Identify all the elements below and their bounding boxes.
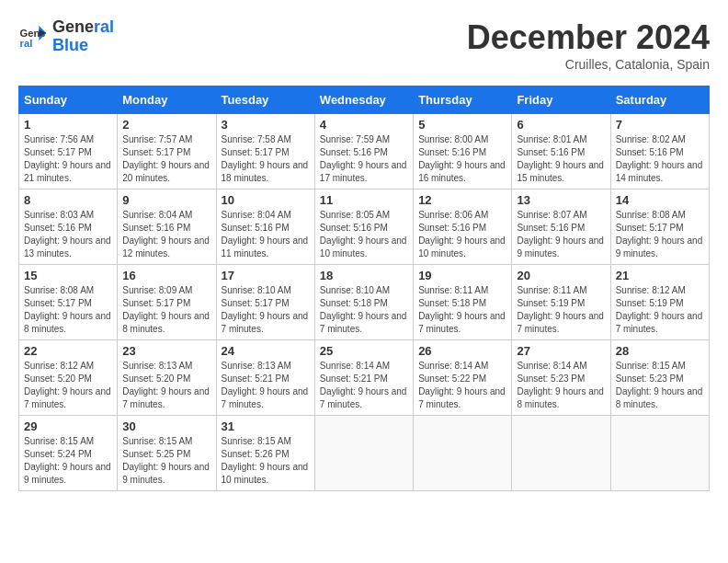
day-info: Sunrise: 8:14 AMSunset: 5:23 PMDaylight:… [517,360,605,411]
day-number: 13 [517,193,605,207]
day-number: 3 [222,118,310,132]
calendar-day-cell: 18Sunrise: 8:10 AMSunset: 5:18 PMDayligh… [314,265,413,340]
day-number: 7 [616,118,704,132]
day-info: Sunrise: 8:11 AMSunset: 5:19 PMDaylight:… [517,284,605,336]
day-number: 31 [222,419,310,433]
calendar-weekday-thursday: Thursday [414,86,512,114]
calendar-day-cell: 29Sunrise: 8:15 AMSunset: 5:24 PMDayligh… [19,416,118,491]
day-number: 25 [320,344,408,358]
logo-text: GeneralBlue [52,18,114,55]
day-number: 16 [122,269,210,282]
day-info: Sunrise: 8:02 AMSunset: 5:16 PMDaylight:… [616,133,704,185]
calendar-day-cell: 5Sunrise: 8:00 AMSunset: 5:16 PMDaylight… [414,114,512,190]
day-number: 29 [24,419,112,433]
svg-text:ral: ral [20,38,33,49]
day-info: Sunrise: 8:10 AMSunset: 5:17 PMDaylight:… [222,284,310,336]
day-number: 17 [222,269,310,282]
day-info: Sunrise: 8:15 AMSunset: 5:24 PMDaylight:… [24,435,112,487]
day-number: 11 [320,193,408,207]
day-number: 6 [517,118,605,132]
day-info: Sunrise: 8:15 AMSunset: 5:26 PMDaylight:… [222,435,310,487]
calendar-day-cell: 31Sunrise: 8:15 AMSunset: 5:26 PMDayligh… [216,416,314,491]
day-number: 22 [24,344,112,358]
calendar-weekday-sunday: Sunday [19,86,118,114]
day-number: 8 [24,193,112,207]
calendar-empty-cell [610,416,709,491]
calendar-day-cell: 28Sunrise: 8:15 AMSunset: 5:23 PMDayligh… [610,340,709,416]
day-info: Sunrise: 8:10 AMSunset: 5:18 PMDaylight:… [320,284,408,336]
title-area: December 2024 Cruilles, Catalonia, Spain [467,18,710,72]
day-number: 26 [418,344,506,358]
calendar-day-cell: 6Sunrise: 8:01 AMSunset: 5:16 PMDaylight… [512,114,610,190]
calendar-day-cell: 21Sunrise: 8:12 AMSunset: 5:19 PMDayligh… [610,265,709,340]
day-number: 15 [24,269,112,282]
location-subtitle: Cruilles, Catalonia, Spain [467,57,710,72]
day-info: Sunrise: 8:04 AMSunset: 5:16 PMDaylight:… [222,209,310,260]
day-info: Sunrise: 8:11 AMSunset: 5:18 PMDaylight:… [418,284,506,336]
day-info: Sunrise: 8:12 AMSunset: 5:19 PMDaylight:… [616,284,704,336]
day-number: 14 [616,193,704,207]
calendar-day-cell: 17Sunrise: 8:10 AMSunset: 5:17 PMDayligh… [216,265,314,340]
day-number: 23 [122,344,210,358]
day-number: 24 [222,344,310,358]
calendar-week-row: 29Sunrise: 8:15 AMSunset: 5:24 PMDayligh… [19,416,710,491]
calendar-week-row: 22Sunrise: 8:12 AMSunset: 5:20 PMDayligh… [19,340,710,416]
calendar-empty-cell [314,416,413,491]
calendar-day-cell: 12Sunrise: 8:06 AMSunset: 5:16 PMDayligh… [414,190,512,265]
calendar-table: SundayMondayTuesdayWednesdayThursdayFrid… [18,86,710,491]
day-info: Sunrise: 8:05 AMSunset: 5:16 PMDaylight:… [320,209,408,260]
day-number: 27 [517,344,605,358]
day-info: Sunrise: 8:14 AMSunset: 5:21 PMDaylight:… [320,360,408,411]
day-info: Sunrise: 7:58 AMSunset: 5:17 PMDaylight:… [222,133,310,185]
day-info: Sunrise: 7:57 AMSunset: 5:17 PMDaylight:… [122,133,210,185]
calendar-day-cell: 25Sunrise: 8:14 AMSunset: 5:21 PMDayligh… [314,340,413,416]
day-info: Sunrise: 8:09 AMSunset: 5:17 PMDaylight:… [122,284,210,336]
day-number: 28 [616,344,704,358]
calendar-day-cell: 4Sunrise: 7:59 AMSunset: 5:16 PMDaylight… [314,114,413,190]
day-number: 20 [517,269,605,282]
calendar-weekday-wednesday: Wednesday [314,86,413,114]
calendar-day-cell: 10Sunrise: 8:04 AMSunset: 5:16 PMDayligh… [216,190,314,265]
calendar-day-cell: 9Sunrise: 8:04 AMSunset: 5:16 PMDaylight… [118,190,216,265]
calendar-weekday-tuesday: Tuesday [216,86,314,114]
day-number: 18 [320,269,408,282]
calendar-day-cell: 7Sunrise: 8:02 AMSunset: 5:16 PMDaylight… [610,114,709,190]
calendar-day-cell: 26Sunrise: 8:14 AMSunset: 5:22 PMDayligh… [414,340,512,416]
calendar-day-cell: 2Sunrise: 7:57 AMSunset: 5:17 PMDaylight… [118,114,216,190]
day-info: Sunrise: 8:04 AMSunset: 5:16 PMDaylight:… [122,209,210,260]
logo-icon: Gene ral [18,22,48,52]
day-info: Sunrise: 8:13 AMSunset: 5:20 PMDaylight:… [122,360,210,411]
day-info: Sunrise: 8:07 AMSunset: 5:16 PMDaylight:… [517,209,605,260]
calendar-header-row: SundayMondayTuesdayWednesdayThursdayFrid… [19,86,710,114]
day-info: Sunrise: 7:56 AMSunset: 5:17 PMDaylight:… [24,133,112,185]
calendar-empty-cell [414,416,512,491]
calendar-empty-cell [512,416,610,491]
day-info: Sunrise: 8:06 AMSunset: 5:16 PMDaylight:… [418,209,506,260]
calendar-day-cell: 30Sunrise: 8:15 AMSunset: 5:25 PMDayligh… [118,416,216,491]
calendar-day-cell: 15Sunrise: 8:08 AMSunset: 5:17 PMDayligh… [19,265,118,340]
day-info: Sunrise: 8:12 AMSunset: 5:20 PMDaylight:… [24,360,112,411]
calendar-day-cell: 20Sunrise: 8:11 AMSunset: 5:19 PMDayligh… [512,265,610,340]
day-info: Sunrise: 8:15 AMSunset: 5:25 PMDaylight:… [122,435,210,487]
day-info: Sunrise: 7:59 AMSunset: 5:16 PMDaylight:… [320,133,408,185]
calendar-day-cell: 16Sunrise: 8:09 AMSunset: 5:17 PMDayligh… [118,265,216,340]
day-number: 21 [616,269,704,282]
calendar-day-cell: 11Sunrise: 8:05 AMSunset: 5:16 PMDayligh… [314,190,413,265]
calendar-day-cell: 23Sunrise: 8:13 AMSunset: 5:20 PMDayligh… [118,340,216,416]
day-number: 1 [24,118,112,132]
calendar-day-cell: 3Sunrise: 7:58 AMSunset: 5:17 PMDaylight… [216,114,314,190]
calendar-week-row: 1Sunrise: 7:56 AMSunset: 5:17 PMDaylight… [19,114,710,190]
calendar-weekday-monday: Monday [118,86,216,114]
calendar-day-cell: 22Sunrise: 8:12 AMSunset: 5:20 PMDayligh… [19,340,118,416]
month-year-title: December 2024 [467,18,710,57]
calendar-week-row: 8Sunrise: 8:03 AMSunset: 5:16 PMDaylight… [19,190,710,265]
page-header: Gene ral GeneralBlue December 2024 Cruil… [18,18,710,72]
day-number: 30 [122,419,210,433]
calendar-day-cell: 13Sunrise: 8:07 AMSunset: 5:16 PMDayligh… [512,190,610,265]
calendar-day-cell: 8Sunrise: 8:03 AMSunset: 5:16 PMDaylight… [19,190,118,265]
calendar-weekday-friday: Friday [512,86,610,114]
day-info: Sunrise: 8:08 AMSunset: 5:17 PMDaylight:… [24,284,112,336]
calendar-day-cell: 24Sunrise: 8:13 AMSunset: 5:21 PMDayligh… [216,340,314,416]
logo: Gene ral GeneralBlue [18,18,114,55]
day-number: 2 [122,118,210,132]
